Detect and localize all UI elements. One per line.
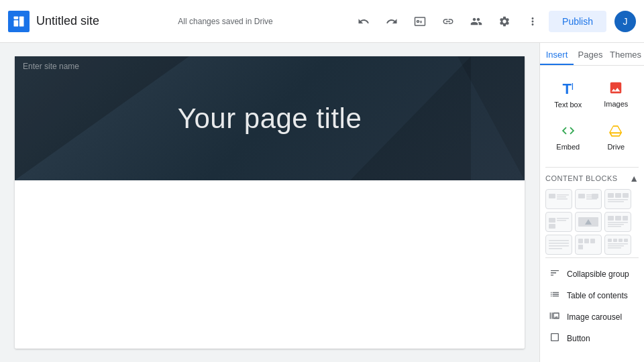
insert-textbox-button[interactable]: T| Text box [545, 74, 591, 114]
svg-rect-5 [557, 196, 566, 198]
block-thumb-6[interactable] [604, 212, 631, 232]
table-of-contents-icon [548, 289, 561, 302]
svg-rect-4 [557, 194, 569, 196]
preview-button[interactable] [408, 9, 432, 34]
canvas-area[interactable]: Enter site name Your page title [0, 43, 539, 362]
svg-rect-25 [623, 216, 628, 221]
embed-icon [561, 123, 576, 140]
page-header[interactable]: Enter site name Your page title [15, 56, 525, 180]
svg-rect-20 [557, 220, 566, 221]
block-row-1 [545, 189, 639, 209]
block-thumb-8[interactable] [575, 235, 602, 255]
block-thumb-7[interactable] [545, 235, 572, 255]
insert-embed-button[interactable]: Embed [545, 117, 591, 156]
undo-button[interactable] [352, 9, 376, 34]
svg-rect-42 [608, 243, 628, 245]
insert-drive-button[interactable]: Drive [594, 117, 639, 156]
settings-button[interactable] [492, 9, 517, 34]
embed-label: Embed [556, 143, 580, 151]
svg-rect-29 [549, 240, 569, 241]
content-blocks-title: CONTENT BLOCKS [545, 174, 618, 182]
content-blocks-chevron[interactable]: ▲ [629, 173, 639, 184]
main-area: Enter site name Your page title Insert P… [0, 43, 644, 362]
svg-rect-24 [615, 216, 621, 221]
textbox-label: Text box [554, 101, 582, 109]
block-row-2 [545, 212, 639, 232]
save-status: All changes saved in Drive [99, 17, 352, 26]
svg-rect-7 [578, 194, 585, 198]
svg-rect-14 [623, 193, 629, 198]
table-of-contents-label: Table of contents [567, 291, 628, 300]
avatar: J [614, 11, 636, 32]
svg-rect-11 [592, 194, 598, 198]
svg-rect-26 [608, 222, 628, 223]
insert-images-button[interactable]: Images [594, 74, 639, 114]
tab-pages[interactable]: Pages [574, 43, 607, 65]
svg-rect-41 [624, 239, 628, 242]
panel-tabs: Insert Pages Themes [540, 43, 644, 66]
block-row-3 [545, 235, 639, 255]
tab-themes[interactable]: Themes [607, 43, 644, 65]
images-label: Images [604, 100, 628, 108]
svg-rect-13 [615, 193, 621, 198]
collapsible-group-item[interactable]: Collapsible group [545, 263, 639, 285]
svg-rect-35 [590, 239, 595, 243]
block-thumb-1[interactable] [545, 189, 572, 209]
topbar-actions: Publish J [352, 9, 636, 34]
logo-area: Untitled site [8, 11, 99, 32]
page-canvas: Enter site name Your page title [15, 56, 525, 349]
table-of-contents-item[interactable]: Table of contents [545, 285, 639, 306]
images-icon [608, 80, 623, 97]
divider-2 [545, 257, 639, 258]
svg-rect-18 [549, 224, 555, 229]
publish-button[interactable]: Publish [549, 11, 606, 32]
button-item[interactable]: Button [545, 328, 639, 349]
svg-rect-27 [608, 224, 624, 225]
site-title: Untitled site [36, 14, 99, 28]
svg-rect-38 [608, 239, 612, 242]
image-carousel-icon [548, 310, 561, 324]
block-thumb-5[interactable] [575, 212, 602, 232]
block-thumb-9[interactable] [604, 235, 631, 255]
svg-rect-0 [14, 16, 19, 19]
image-carousel-label: Image carousel [567, 312, 622, 322]
svg-rect-6 [557, 198, 568, 200]
share-button[interactable] [464, 9, 488, 34]
svg-rect-39 [613, 239, 617, 242]
svg-rect-1 [14, 20, 19, 26]
drive-icon [608, 123, 623, 140]
svg-rect-17 [549, 218, 555, 223]
panel-content: T| Text box Images Embed [540, 66, 644, 362]
save-status-text: All changes saved in Drive [178, 17, 272, 26]
page-body[interactable] [15, 180, 525, 321]
svg-rect-16 [608, 201, 624, 202]
svg-rect-15 [608, 199, 628, 200]
divider-1 [545, 167, 639, 168]
insert-tools-grid: T| Text box Images Embed [545, 74, 639, 156]
image-carousel-item[interactable]: Image carousel [545, 306, 639, 328]
svg-rect-34 [584, 239, 589, 243]
link-button[interactable] [436, 9, 460, 34]
redo-button[interactable] [380, 9, 404, 34]
more-button[interactable] [521, 9, 545, 34]
page-title[interactable]: Your page title [178, 103, 362, 135]
button-label: Button [567, 334, 590, 343]
textbox-icon: T| [563, 80, 574, 98]
block-thumb-3[interactable] [604, 189, 631, 209]
svg-rect-10 [586, 198, 597, 200]
block-thumb-4[interactable] [545, 212, 572, 232]
svg-rect-32 [549, 248, 562, 249]
collapsible-group-icon [548, 267, 561, 281]
block-thumb-2[interactable] [575, 189, 602, 209]
svg-rect-23 [608, 216, 614, 221]
svg-rect-31 [549, 245, 569, 247]
enter-site-name-placeholder[interactable]: Enter site name [23, 62, 79, 71]
button-icon [548, 332, 561, 345]
svg-rect-30 [549, 243, 569, 244]
tab-insert[interactable]: Insert [540, 43, 574, 65]
right-panel: Insert Pages Themes T| Text box Images [539, 43, 644, 362]
svg-rect-40 [619, 239, 623, 242]
content-blocks-header: CONTENT BLOCKS ▲ [545, 173, 639, 184]
svg-rect-43 [608, 245, 624, 247]
collapsible-group-label: Collapsible group [567, 269, 629, 279]
